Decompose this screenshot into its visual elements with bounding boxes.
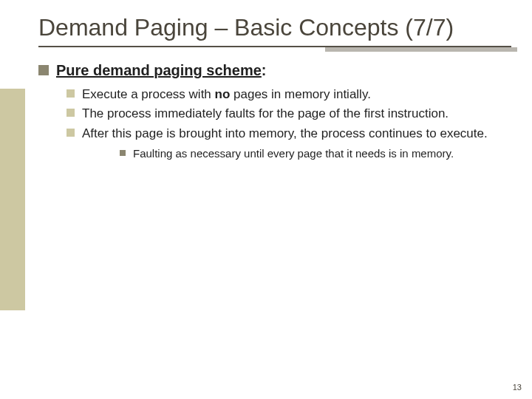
text-fragment: Execute a process with — [82, 87, 215, 101]
text-bold: no — [215, 87, 231, 101]
level2-text: After this page is brought into memory, … — [82, 126, 488, 142]
text-fragment: pages in memory intially. — [230, 87, 371, 101]
level2-group: Execute a process with no pages in memor… — [66, 86, 511, 161]
bullet-level2: The process immediately faults for the p… — [66, 106, 511, 122]
bullet-level3: Faulting as necessary until every page t… — [120, 146, 511, 161]
level2-text: Execute a process with no pages in memor… — [82, 86, 371, 103]
title-underline-shadow — [325, 47, 517, 52]
bullet-level2: Execute a process with no pages in memor… — [66, 86, 511, 103]
decorative-left-band — [0, 89, 25, 310]
square-bullet-icon — [120, 150, 126, 156]
bullet-level1: Pure demand paging scheme: — [38, 62, 511, 79]
square-bullet-icon — [66, 89, 75, 98]
slide-title: Demand Paging – Basic Concepts (7/7) — [38, 13, 511, 41]
square-bullet-icon — [66, 129, 75, 137]
bullet-level2: After this page is brought into memory, … — [66, 126, 511, 142]
level1-text: Pure demand paging scheme: — [56, 62, 267, 79]
level1-underline: Pure demand paging scheme — [56, 62, 262, 78]
square-bullet-icon — [38, 65, 49, 75]
page-number: 13 — [513, 383, 522, 392]
text-fragment: The process immediately faults for the p… — [82, 106, 449, 120]
title-block: Demand Paging – Basic Concepts (7/7) — [38, 13, 511, 47]
level3-text: Faulting as necessary until every page t… — [133, 146, 454, 161]
square-bullet-icon — [66, 109, 75, 117]
content-area: Pure demand paging scheme: Execute a pro… — [38, 62, 511, 161]
slide-body: Demand Paging – Basic Concepts (7/7) Pur… — [38, 13, 511, 386]
text-fragment: After this page is brought into memory, … — [82, 126, 488, 140]
level1-colon: : — [262, 62, 267, 78]
level3-group: Faulting as necessary until every page t… — [120, 146, 511, 161]
level2-text: The process immediately faults for the p… — [82, 106, 449, 122]
